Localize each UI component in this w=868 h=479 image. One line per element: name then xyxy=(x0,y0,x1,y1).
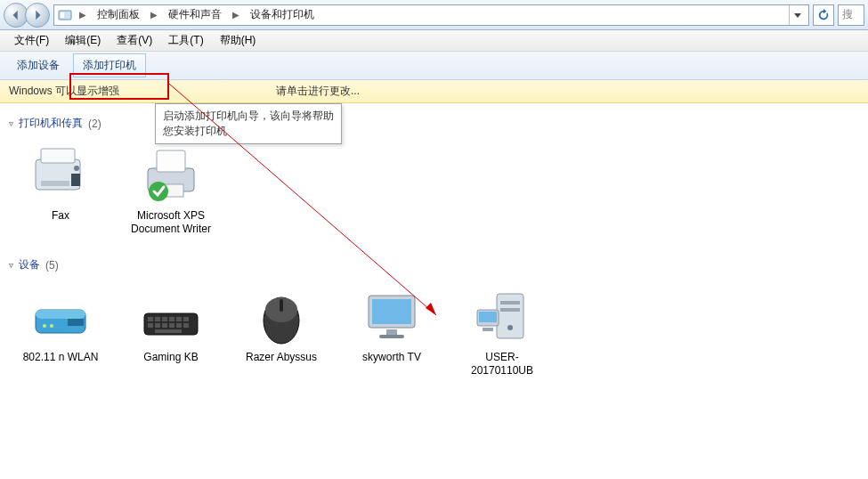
item-label: USER-20170110UB xyxy=(458,351,547,378)
svg-rect-6 xyxy=(41,181,69,186)
group-count-devices: (5) xyxy=(45,259,59,272)
svg-rect-15 xyxy=(68,319,84,326)
location-icon xyxy=(58,8,72,22)
menu-file[interactable]: 文件(F) xyxy=(7,31,56,50)
infobar-suffix: 请单击进行更改... xyxy=(276,84,360,99)
monitor-icon xyxy=(360,283,424,347)
svg-rect-27 xyxy=(162,323,167,328)
svg-point-42 xyxy=(507,325,513,330)
svg-rect-19 xyxy=(148,317,153,321)
device-item-wlan[interactable]: 802.11 n WLAN xyxy=(16,283,105,378)
device-item-computer[interactable]: USER-20170110UB xyxy=(458,283,547,378)
item-label: Gaming KB xyxy=(143,351,198,364)
menu-edit[interactable]: 编辑(E) xyxy=(58,31,108,50)
breadcrumb-segment-control-panel[interactable]: 控制面板 xyxy=(93,6,143,23)
fax-icon xyxy=(28,142,93,206)
svg-rect-39 xyxy=(497,294,523,338)
svg-rect-5 xyxy=(41,149,75,163)
group-header-devices[interactable]: ▿ 设备 (5) xyxy=(9,257,859,272)
breadcrumb[interactable]: ▶ 控制面板 ▶ 硬件和声音 ▶ 设备和打印机 xyxy=(53,4,809,26)
devices-items: 802.11 n WLAN Gaming KB xyxy=(9,278,859,392)
svg-rect-25 xyxy=(148,323,153,328)
svg-rect-31 xyxy=(155,329,182,333)
breadcrumb-segment-devices-printers[interactable]: 设备和打印机 xyxy=(247,6,318,23)
svg-rect-45 xyxy=(483,328,493,331)
svg-rect-14 xyxy=(36,310,85,319)
breadcrumb-tail xyxy=(789,5,805,25)
item-label: 802.11 n WLAN xyxy=(23,351,99,364)
infobar[interactable]: Windows 可以显示增强 请单击进行更改... xyxy=(0,80,868,103)
tooltip: 启动添加打印机向导，该向导将帮助 您安装打印机 xyxy=(155,103,342,144)
breadcrumb-segment-hardware-sound[interactable]: 硬件和声音 xyxy=(165,6,225,23)
menu-help[interactable]: 帮助(H) xyxy=(213,31,264,50)
refresh-button[interactable] xyxy=(813,4,834,26)
svg-rect-22 xyxy=(169,317,174,321)
chevron-down-icon: ▿ xyxy=(9,260,13,270)
menu-view[interactable]: 查看(V) xyxy=(110,31,159,50)
svg-rect-34 xyxy=(280,299,283,312)
add-printer-button[interactable]: 添加打印机 xyxy=(73,53,146,77)
svg-rect-8 xyxy=(71,174,80,186)
device-item-fax[interactable]: Fax xyxy=(16,142,105,236)
menu-tools[interactable]: 工具(T) xyxy=(161,31,210,50)
svg-rect-10 xyxy=(157,150,185,172)
content-area: ▿ 打印机和传真 (2) Fax xyxy=(0,103,868,397)
group-title-printers: 打印机和传真 xyxy=(19,116,83,131)
network-adapter-icon xyxy=(28,283,93,347)
search-placeholder: 搜 xyxy=(842,7,853,22)
svg-rect-30 xyxy=(183,323,189,328)
mouse-icon xyxy=(249,283,313,347)
svg-rect-36 xyxy=(372,299,411,324)
titlebar: ▶ 控制面板 ▶ 硬件和声音 ▶ 设备和打印机 搜 xyxy=(0,0,868,30)
item-label: Razer Abyssus xyxy=(246,351,317,364)
svg-point-16 xyxy=(43,324,46,328)
tooltip-line2: 您安装打印机 xyxy=(163,124,334,139)
svg-rect-38 xyxy=(379,335,404,338)
group-header-printers[interactable]: ▿ 打印机和传真 (2) xyxy=(9,116,859,131)
nav-buttons xyxy=(4,3,50,28)
chevron-right-icon: ▶ xyxy=(147,10,161,20)
svg-rect-20 xyxy=(155,317,160,321)
toolbar: 添加设备 添加打印机 xyxy=(0,52,868,80)
group-count-printers: (2) xyxy=(88,118,101,130)
device-item-tv[interactable]: skyworth TV xyxy=(347,283,436,378)
item-label: Microsoft XPS Document Writer xyxy=(126,209,215,236)
chevron-right-icon: ▶ xyxy=(229,10,243,20)
printers-items: Fax Microsoft XPS Document Writer xyxy=(9,136,859,250)
svg-rect-29 xyxy=(176,323,182,328)
svg-rect-26 xyxy=(155,323,160,328)
svg-rect-44 xyxy=(479,312,497,322)
forward-button[interactable] xyxy=(25,3,50,28)
chevron-right-icon: ▶ xyxy=(76,10,90,20)
svg-point-12 xyxy=(149,182,168,201)
device-item-keyboard[interactable]: Gaming KB xyxy=(126,283,215,378)
infobar-prefix: Windows 可以显示增强 xyxy=(9,84,119,99)
svg-rect-23 xyxy=(176,317,182,321)
svg-point-17 xyxy=(50,324,53,328)
svg-rect-24 xyxy=(183,317,189,321)
svg-rect-1 xyxy=(61,12,64,18)
svg-rect-40 xyxy=(500,301,520,304)
menubar: 文件(F) 编辑(E) 查看(V) 工具(T) 帮助(H) xyxy=(0,30,868,52)
item-label: skyworth TV xyxy=(362,351,421,364)
device-item-mouse[interactable]: Razer Abyssus xyxy=(237,283,326,378)
svg-rect-21 xyxy=(162,317,167,321)
item-label: Fax xyxy=(52,209,69,223)
device-item-xps-writer[interactable]: Microsoft XPS Document Writer xyxy=(126,142,215,236)
group-title-devices: 设备 xyxy=(19,257,40,272)
computer-icon xyxy=(470,283,534,347)
breadcrumb-dropdown[interactable] xyxy=(789,5,805,25)
svg-rect-41 xyxy=(500,308,520,312)
svg-rect-28 xyxy=(169,323,174,328)
chevron-down-icon: ▿ xyxy=(9,118,13,128)
svg-rect-37 xyxy=(386,329,397,335)
search-input[interactable]: 搜 xyxy=(838,4,864,26)
keyboard-icon xyxy=(139,283,203,347)
tooltip-line1: 启动添加打印机向导，该向导将帮助 xyxy=(163,109,334,124)
svg-point-7 xyxy=(74,166,79,171)
printer-icon xyxy=(139,142,203,206)
add-device-button[interactable]: 添加设备 xyxy=(7,53,69,77)
